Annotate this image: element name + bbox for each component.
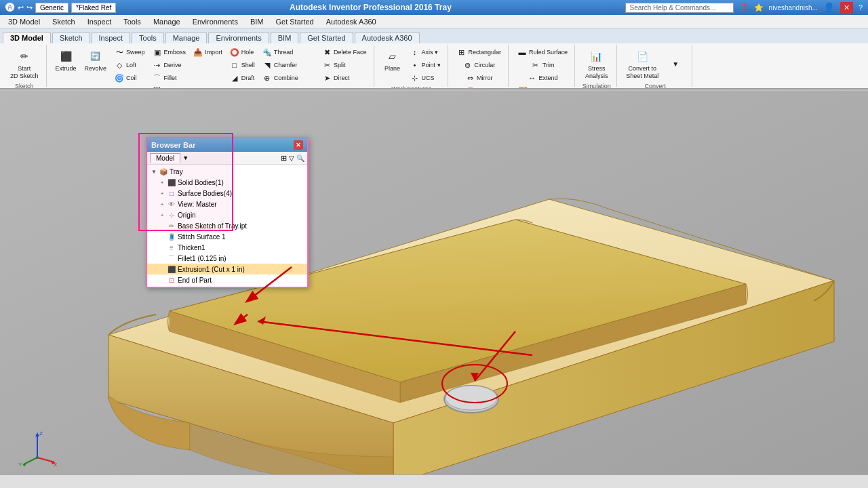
view-icon: 👁 — [167, 199, 176, 209]
menu-getstarted[interactable]: Get Started — [270, 16, 319, 27]
btn-loft[interactable]: ◇Loft — [111, 59, 148, 71]
btn-draft[interactable]: ◢Draft — [226, 72, 258, 84]
btn-extrude[interactable]: ⬛ Extrude — [52, 46, 80, 74]
tree-item-endofpart[interactable]: ⊡ End of Part — [147, 274, 307, 285]
solid-expander: + — [158, 178, 166, 186]
browser-bar-title-text: Browser Bar — [151, 141, 195, 149]
btn-ucs[interactable]: ⊹UCS — [407, 72, 443, 84]
browser-bar-close[interactable]: ✕ — [294, 140, 303, 150]
create-small-btns-col1: 〜Sweep ◇Loft 🌀Coil ▭Rib — [111, 46, 148, 88]
tab-3dmodel[interactable]: 3D Model — [3, 32, 51, 43]
ucs-icon: ⊹ — [410, 73, 420, 83]
tree-item-tray[interactable]: ▼ 📦 Tray — [147, 166, 307, 177]
btn-import[interactable]: 📥Import — [190, 46, 225, 58]
btn-deleteface[interactable]: ✖Delete Face — [319, 46, 370, 58]
rectangular-icon: ⊞ — [456, 47, 467, 58]
svg-point-23 — [36, 456, 39, 459]
btn-thicken[interactable]: ≡Thicken/ Offset — [259, 85, 317, 88]
btn-fillet[interactable]: ⌒Fillet — [149, 72, 189, 84]
btn-combine[interactable]: ⊕Combine — [259, 72, 317, 84]
tab-manage[interactable]: Manage — [165, 32, 208, 43]
quick-access-redo[interactable]: ↪ — [26, 3, 33, 12]
tree-item-thicken[interactable]: ≡ Thicken1 — [147, 242, 307, 253]
btn-hole[interactable]: ⭕Hole — [226, 46, 258, 58]
expand-icon[interactable]: ⊞ — [281, 154, 287, 163]
search-box[interactable]: Search Help & Commands... — [625, 3, 734, 13]
tab-sketch[interactable]: Sketch — [52, 32, 90, 43]
model-tab[interactable]: Model — [150, 153, 180, 163]
btn-thread[interactable]: 🔩Thread — [259, 46, 317, 58]
simulation-label: Simulation — [583, 81, 611, 88]
btn-point[interactable]: •Point ▾ — [407, 59, 443, 71]
tree-item-solid-bodies[interactable]: + ⬛ Solid Bodies(1) — [147, 177, 307, 188]
menu-environments[interactable]: Environments — [187, 16, 243, 27]
view-label: View: Master — [178, 201, 217, 208]
tree-item-stitch[interactable]: 🧵 Stitch Surface 1 — [147, 231, 307, 242]
viewport[interactable]: Z X Y Browser Bar ✕ Model ▼ ⊞ ▽ 🔍 — [0, 91, 868, 488]
close-btn[interactable]: ✕ — [840, 2, 853, 14]
btn-trim[interactable]: ✂Trim — [528, 59, 557, 71]
btn-extend[interactable]: ↔Extend — [524, 72, 561, 84]
btn-circular[interactable]: ⊚Circular — [459, 59, 498, 71]
btn-replaceface[interactable]: 🔁Replace Face — [515, 85, 570, 88]
tab-environments[interactable]: Environments — [208, 32, 269, 43]
btn-mirror[interactable]: ⇔Mirror — [462, 72, 496, 84]
menu-manage[interactable]: Manage — [148, 16, 186, 27]
btn-stitch[interactable]: 🧵Stitch — [462, 85, 496, 88]
menu-tools[interactable]: Tools — [118, 16, 146, 27]
tab-bim[interactable]: BIM — [271, 32, 299, 43]
stitch-label: Stitch Surface 1 — [178, 233, 226, 241]
ribbon-group-workfeatures: ▱ Plane ↕Axis ▾ •Point ▾ ⊹UCS Work Featu… — [376, 45, 448, 87]
btn-ruledsurface[interactable]: ▬Ruled Surface — [514, 46, 570, 58]
menu-sketch[interactable]: Sketch — [47, 16, 81, 27]
btn-stress-analysis[interactable]: 📊 Stress Analysis — [582, 46, 612, 81]
btn-sweep[interactable]: 〜Sweep — [111, 46, 148, 58]
btn-shell[interactable]: □Shell — [226, 59, 258, 71]
flaked-ref-dropdown[interactable]: *Flaked Ref — [71, 3, 116, 13]
help-icon[interactable]: ❓ — [739, 3, 749, 12]
preset-dropdown[interactable]: Generic — [35, 3, 68, 13]
star-icon[interactable]: ⭐ — [754, 3, 764, 12]
btn-derive[interactable]: ⇢Derive — [149, 59, 189, 71]
tree-item-surface-bodies[interactable]: + □ Surface Bodies(4) — [147, 188, 307, 199]
tree-item-base-sketch[interactable]: ✏ Base Sketch of Tray.ipt — [147, 220, 307, 231]
ribbon-group-convert: 📄 Convert to Sheet Metal ▼ Convert — [618, 45, 692, 87]
tree-item-extrusion[interactable]: ⬛ Extrusion1 (Cut x 1 in) — [147, 264, 307, 274]
tree-item-view-master[interactable]: + 👁 View: Master — [147, 199, 307, 209]
import-icon: 📥 — [193, 47, 203, 58]
filter-icon[interactable]: ▽ — [289, 155, 294, 162]
tab-getstarted[interactable]: Get Started — [300, 32, 353, 43]
tree-item-origin[interactable]: + ⊹ Origin — [147, 209, 307, 220]
tree-item-fillet[interactable]: ⌒ Fillet1 (0.125 in) — [147, 253, 307, 264]
menu-inspect[interactable]: Inspect — [82, 16, 117, 27]
btn-direct[interactable]: ➤Direct — [319, 72, 370, 84]
tab-a360[interactable]: Autodesk A360 — [355, 32, 420, 43]
menu-bim[interactable]: BIM — [245, 16, 269, 27]
btn-rectangular[interactable]: ⊞Rectangular — [454, 46, 505, 58]
menu-a360[interactable]: Autodesk A360 — [321, 16, 382, 27]
btn-revolve[interactable]: 🔄 Revolve — [81, 46, 111, 74]
basesketch-icon: ✏ — [167, 221, 176, 230]
btn-split[interactable]: ✂Split — [319, 59, 370, 71]
btn-decal[interactable]: 🖼Decal — [149, 85, 189, 88]
menu-3dmodel[interactable]: 3D Model — [3, 16, 45, 27]
thicken-expander — [158, 243, 166, 251]
btn-convert-sheet-metal[interactable]: 📄 Convert to Sheet Metal — [623, 46, 662, 81]
search-tree-icon[interactable]: 🔍 — [296, 155, 304, 162]
btn-axis[interactable]: ↕Axis ▾ — [407, 46, 443, 58]
btn-coil[interactable]: 🌀Coil — [111, 72, 148, 84]
btn-rib[interactable]: ▭Rib — [111, 85, 148, 88]
btn-chamfer[interactable]: ◥Chamfer — [259, 59, 317, 71]
workfeatures-buttons: ▱ Plane ↕Axis ▾ •Point ▾ ⊹UCS — [380, 46, 443, 84]
btn-more-options[interactable]: ▼ — [663, 54, 688, 73]
btn-start-2d-sketch[interactable]: ✏ Start 2D Sketch — [7, 46, 42, 81]
thicken-icon: ≡ — [262, 85, 273, 88]
help-btn[interactable]: ? — [859, 3, 863, 12]
create-buttons: ⬛ Extrude 🔄 Revolve 〜Sweep ◇Loft 🌀Coil ▭… — [52, 46, 370, 88]
btn-emboss[interactable]: ▣Emboss — [149, 46, 189, 58]
tab-tools[interactable]: Tools — [132, 32, 164, 43]
tab-inspect[interactable]: Inspect — [92, 32, 130, 43]
statusbar — [0, 474, 868, 488]
quick-access-undo[interactable]: ↩ — [18, 3, 24, 12]
btn-plane[interactable]: ▱ Plane — [380, 46, 406, 74]
